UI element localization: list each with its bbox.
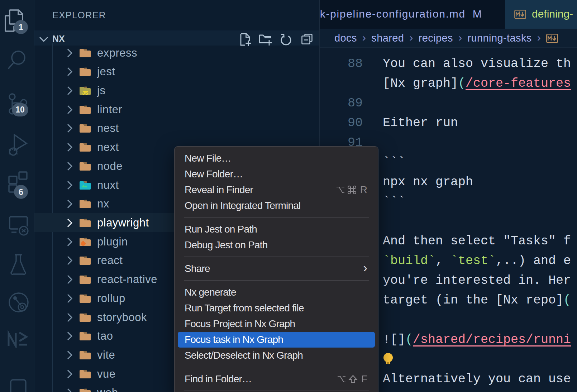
svg-text:JS: JS <box>82 90 88 95</box>
